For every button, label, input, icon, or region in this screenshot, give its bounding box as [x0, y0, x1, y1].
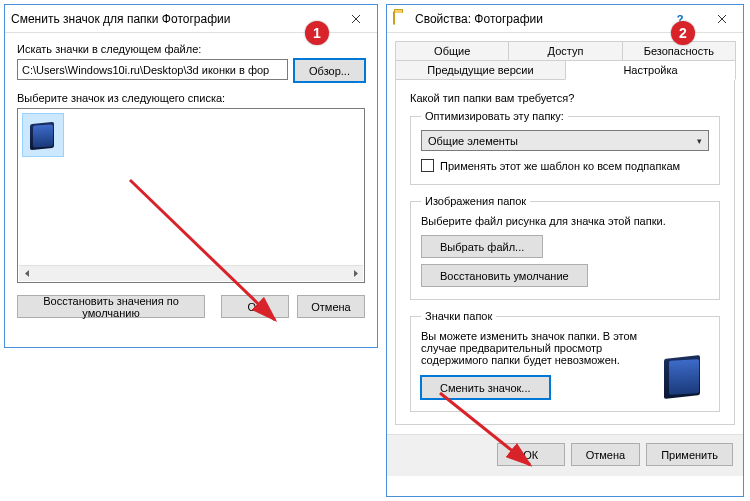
tab-content-customize: Какой тип папки вам требуется? Оптимизир…: [395, 79, 735, 425]
window-title: Свойства: Фотографии: [415, 12, 659, 26]
dialog-footer: ОК Отмена Применить: [387, 434, 743, 476]
close-icon: [351, 14, 361, 24]
close-button[interactable]: [335, 5, 377, 33]
search-label: Искать значки в следующем файле:: [17, 43, 365, 55]
restore-default-picture-button[interactable]: Восстановить умолчание: [421, 264, 588, 287]
group-folder-icons: Значки папок Вы можете изменить значок п…: [410, 310, 720, 412]
tab-general[interactable]: Общие: [395, 41, 509, 60]
checkbox-icon: [421, 159, 434, 172]
scroll-left-button[interactable]: [19, 266, 35, 281]
change-icon-dialog: 1 Сменить значок для папки Фотографии Ис…: [4, 4, 378, 348]
apply-button[interactable]: Применить: [646, 443, 733, 466]
group-pictures-legend: Изображения папок: [421, 195, 530, 207]
restore-defaults-button[interactable]: Восстановить значения по умолчанию: [17, 295, 205, 318]
group-icons-legend: Значки папок: [421, 310, 496, 322]
folder-type-question: Какой тип папки вам требуется?: [410, 92, 720, 104]
icon-path-input[interactable]: [17, 59, 288, 80]
folder-icon: [393, 11, 409, 27]
group-optimize: Оптимизировать эту папку: Общие элементы…: [410, 110, 720, 185]
icon-list[interactable]: [17, 108, 365, 283]
folder-3d-preview-icon: [664, 351, 704, 399]
cancel-button[interactable]: Отмена: [571, 443, 640, 466]
icon-item-selected[interactable]: [22, 113, 64, 157]
ok-button[interactable]: ОК: [221, 295, 289, 318]
pictures-help-text: Выберите файл рисунка для значка этой па…: [421, 215, 709, 227]
tab-previous-versions[interactable]: Предыдущие версии: [395, 60, 566, 80]
group-optimize-legend: Оптимизировать эту папку:: [421, 110, 568, 122]
optimize-combo[interactable]: Общие элементы ▾: [421, 130, 709, 151]
scroll-right-button[interactable]: [347, 266, 363, 281]
choose-file-button[interactable]: Выбрать файл...: [421, 235, 543, 258]
apply-subfolders-checkbox[interactable]: Применять этот же шаблон ко всем подпапк…: [421, 159, 709, 172]
select-label: Выберите значок из следующего списка:: [17, 92, 365, 104]
cancel-button[interactable]: Отмена: [297, 295, 365, 318]
annotation-badge-1: 1: [305, 21, 329, 45]
change-icon-button[interactable]: Сменить значок...: [421, 376, 550, 399]
tab-customize[interactable]: Настройка: [565, 60, 736, 80]
scrollbar-horizontal[interactable]: [19, 265, 363, 281]
window-title: Сменить значок для папки Фотографии: [11, 12, 335, 26]
tab-sharing[interactable]: Доступ: [508, 41, 622, 60]
icons-help-text: Вы можете изменить значок папки. В этом …: [421, 330, 651, 366]
checkbox-label: Применять этот же шаблон ко всем подпапк…: [440, 160, 680, 172]
chevron-down-icon: ▾: [697, 136, 702, 146]
folder-3d-icon: [30, 119, 56, 151]
ok-button[interactable]: ОК: [497, 443, 565, 466]
browse-button[interactable]: Обзор...: [294, 59, 365, 82]
group-folder-pictures: Изображения папок Выберите файл рисунка …: [410, 195, 720, 300]
annotation-badge-2: 2: [671, 21, 695, 45]
scroll-track[interactable]: [35, 266, 347, 281]
combo-selected-text: Общие элементы: [428, 135, 697, 147]
properties-dialog: 2 Свойства: Фотографии ? Общие Доступ Бе…: [386, 4, 744, 497]
close-button[interactable]: [701, 5, 743, 33]
close-icon: [717, 14, 727, 24]
